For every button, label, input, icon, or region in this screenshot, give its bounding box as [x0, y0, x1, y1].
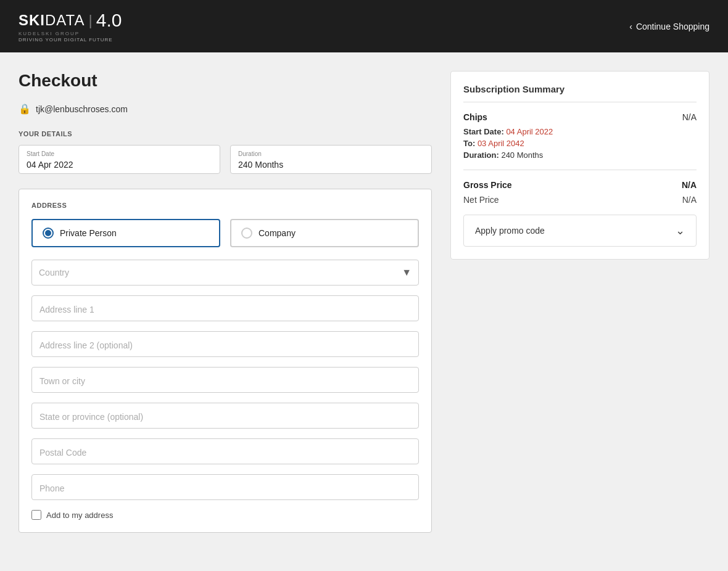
net-price-value: N/A — [682, 195, 697, 205]
town-wrapper — [31, 367, 419, 393]
email-display: tjk@lenbuschroses.com — [36, 104, 128, 114]
start-date-label: Start Date — [27, 150, 212, 157]
lock-icon: 🔒 — [19, 103, 31, 115]
company-option[interactable]: Company — [230, 219, 419, 247]
gross-price-row: Gross Price N/A — [463, 180, 697, 190]
promo-code-section[interactable]: Apply promo code ⌄ — [463, 215, 697, 247]
summary-to-value: 03 April 2042 — [478, 139, 524, 148]
address-section: ADDRESS Private Person Company United St… — [19, 189, 432, 533]
address-section-label: ADDRESS — [31, 202, 419, 209]
subscription-summary: Subscription Summary Chips N/A Start Dat… — [450, 71, 709, 260]
company-label: Company — [259, 228, 296, 238]
net-price-label: Net Price — [463, 195, 499, 205]
chips-label: Chips — [463, 112, 487, 122]
logo-driving-text: DRIVING YOUR DIGITAL FUTURE — [19, 37, 122, 43]
gross-price-value: N/A — [682, 180, 697, 190]
address-line1-wrapper — [31, 295, 419, 321]
summary-to-label: To: — [463, 139, 475, 148]
left-panel: Checkout 🔒 tjk@lenbuschroses.com YOUR DE… — [19, 71, 450, 533]
add-to-address-checkbox[interactable] — [31, 510, 41, 520]
header: SKI DATA | 4.0 KUDELSKI GROUP DRIVING YO… — [0, 0, 728, 52]
town-input[interactable] — [31, 367, 419, 393]
add-to-address-row: Add to my address — [31, 510, 419, 520]
chips-value: N/A — [682, 112, 697, 122]
private-person-option[interactable]: Private Person — [31, 219, 220, 247]
private-person-radio[interactable] — [43, 228, 54, 239]
promo-code-label: Apply promo code — [475, 226, 545, 236]
country-select[interactable]: United States Germany Austria United Kin… — [31, 260, 419, 286]
state-input[interactable] — [31, 403, 419, 429]
email-row: 🔒 tjk@lenbuschroses.com — [19, 103, 432, 115]
summary-start-value: 04 April 2022 — [506, 127, 553, 136]
address-type-row: Private Person Company — [31, 219, 419, 247]
summary-start-label: Start Date: — [463, 127, 504, 136]
net-price-row: Net Price N/A — [463, 195, 697, 205]
date-row: Start Date 04 Apr 2022 Duration 240 Mont… — [19, 145, 432, 174]
duration-value: 240 Months — [238, 160, 424, 170]
private-person-label: Private Person — [60, 228, 117, 238]
right-panel: Subscription Summary Chips N/A Start Dat… — [450, 71, 709, 533]
continue-shopping-link[interactable]: ‹ Continue Shopping — [629, 22, 709, 31]
address-line2-wrapper — [31, 331, 419, 357]
continue-shopping-label: Continue Shopping — [636, 22, 709, 31]
duration-field: Duration 240 Months — [230, 145, 432, 174]
address-line1-input[interactable] — [31, 295, 419, 321]
company-radio[interactable] — [241, 228, 252, 239]
page-title: Checkout — [19, 71, 432, 91]
main-content: Checkout 🔒 tjk@lenbuschroses.com YOUR DE… — [0, 52, 728, 551]
state-wrapper — [31, 403, 419, 429]
promo-chevron-icon: ⌄ — [676, 224, 685, 237]
back-chevron-icon: ‹ — [629, 22, 632, 31]
logo-version-text: 4.0 — [96, 10, 122, 31]
address-line2-input[interactable] — [31, 331, 419, 357]
summary-title: Subscription Summary — [463, 84, 697, 102]
postal-wrapper — [31, 438, 419, 464]
duration-label: Duration — [238, 150, 424, 157]
summary-duration-value: 240 Months — [501, 150, 543, 160]
country-wrapper: United States Germany Austria United Kin… — [31, 260, 419, 286]
gross-price-label: Gross Price — [463, 180, 512, 190]
logo-ski-text: SKI — [19, 12, 45, 29]
start-date-summary-row: Start Date: 04 April 2022 — [463, 127, 697, 136]
start-date-value: 04 Apr 2022 — [27, 160, 212, 170]
logo-separator: | — [88, 12, 92, 29]
phone-wrapper — [31, 474, 419, 500]
logo-top-row: SKI DATA | 4.0 — [19, 10, 122, 31]
summary-divider — [463, 170, 697, 170]
your-details-label: YOUR DETAILS — [19, 130, 432, 138]
to-date-summary-row: To: 03 April 2042 — [463, 139, 697, 148]
phone-input[interactable] — [31, 474, 419, 500]
summary-duration-label: Duration: — [463, 150, 499, 160]
chips-row: Chips N/A — [463, 112, 697, 122]
logo-kudelski-text: KUDELSKI GROUP — [19, 31, 122, 36]
start-date-field: Start Date 04 Apr 2022 — [19, 145, 220, 174]
duration-summary-row: Duration: 240 Months — [463, 150, 697, 160]
logo-area: SKI DATA | 4.0 KUDELSKI GROUP DRIVING YO… — [19, 10, 122, 43]
postal-input[interactable] — [31, 438, 419, 464]
add-to-address-label: Add to my address — [46, 511, 113, 520]
logo-data-text: DATA — [45, 12, 85, 29]
